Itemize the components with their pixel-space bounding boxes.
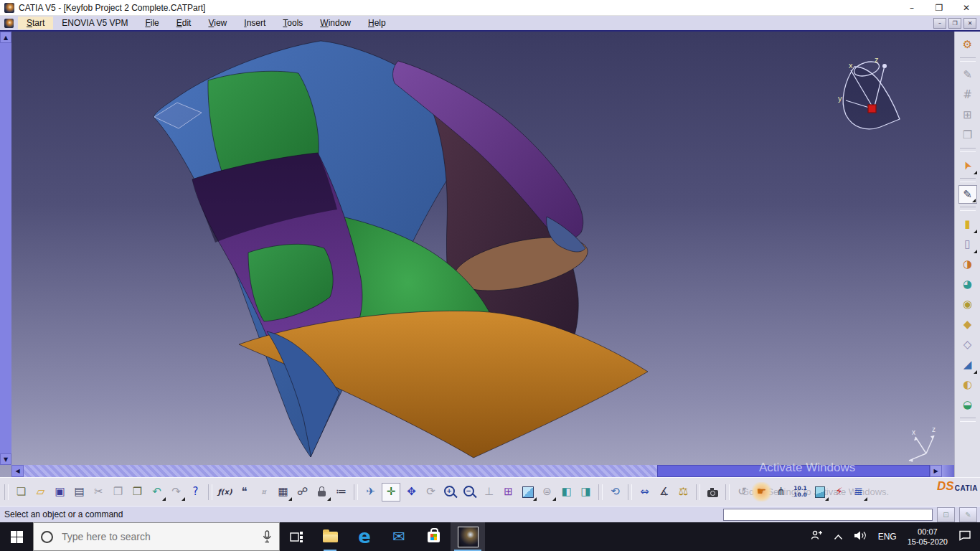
rib-button[interactable]: ◆ bbox=[958, 314, 978, 334]
horizontal-scrollbar[interactable]: ◀ ▶ bbox=[11, 465, 954, 477]
measure-inertia-button[interactable]: ⚖ bbox=[674, 482, 693, 501]
taskbar-search-box[interactable] bbox=[33, 522, 280, 551]
whats-this-button[interactable]: ? bbox=[186, 482, 205, 501]
formula-button[interactable]: ƒ(x) bbox=[215, 482, 235, 501]
sketch-tracer-button[interactable]: ⊞ bbox=[958, 105, 978, 125]
minimize-button[interactable]: – bbox=[898, 0, 925, 15]
turntable-button[interactable]: ⟲ bbox=[606, 482, 625, 501]
measure-between-button[interactable]: ⇔ bbox=[635, 482, 654, 501]
sketcher-button[interactable]: ✎ bbox=[958, 65, 978, 85]
axis-system-button[interactable]: ⋔ bbox=[771, 482, 791, 501]
menu-help[interactable]: Help bbox=[359, 17, 395, 29]
mdi-close-button[interactable]: ✕ bbox=[963, 18, 976, 29]
horizontal-scrollbar-thumb[interactable] bbox=[657, 465, 930, 477]
compass[interactable]: x y z bbox=[838, 55, 900, 129]
measure-item-button[interactable]: ∡ bbox=[654, 482, 674, 501]
knowledge-button[interactable]: ¤ bbox=[254, 482, 273, 501]
copy-button[interactable]: ❐ bbox=[108, 482, 128, 501]
refresh-button[interactable]: ↺ bbox=[732, 482, 752, 501]
save-button[interactable]: ▣ bbox=[50, 482, 70, 501]
print-button[interactable]: ▤ bbox=[70, 482, 89, 501]
knowledge-inspector-button[interactable]: ⚡ bbox=[829, 482, 849, 501]
relations-button[interactable]: ☍ bbox=[293, 482, 312, 501]
rotate-button[interactable]: ⟳ bbox=[421, 482, 440, 501]
start-button[interactable] bbox=[0, 522, 33, 551]
menu-file[interactable]: File bbox=[136, 17, 167, 29]
vertical-scrollbar[interactable]: ▲ ▼ bbox=[0, 32, 11, 465]
multi-sections-solid-button[interactable]: ◐ bbox=[958, 375, 978, 395]
taskbar-store[interactable] bbox=[416, 522, 451, 551]
zoom-in-button[interactable]: + bbox=[440, 482, 460, 501]
dimensions-button[interactable]: 10.1 10.0 bbox=[791, 482, 810, 501]
pocket-button[interactable]: ▯ bbox=[958, 234, 978, 254]
scroll-down-button[interactable]: ▼ bbox=[0, 453, 11, 465]
microphone-icon[interactable] bbox=[262, 530, 272, 543]
compass-free-rotation-handle[interactable] bbox=[882, 64, 887, 68]
new-file-button[interactable]: ❏ bbox=[11, 482, 31, 501]
fit-all-in-button[interactable]: ✛ bbox=[382, 483, 400, 501]
power-input-field[interactable] bbox=[723, 509, 933, 521]
normal-view-button[interactable]: ⊥ bbox=[479, 482, 499, 501]
pan-button[interactable]: ✥ bbox=[402, 482, 421, 501]
menu-window[interactable]: Window bbox=[311, 17, 359, 29]
undo-button[interactable]: ↶ bbox=[147, 482, 166, 501]
sketch-button[interactable]: ✎ bbox=[958, 185, 977, 204]
slot-button[interactable]: ◇ bbox=[958, 334, 978, 354]
scroll-left-button[interactable]: ◀ bbox=[11, 465, 24, 477]
people-icon[interactable] bbox=[811, 529, 823, 544]
open-file-button[interactable]: ▱ bbox=[31, 482, 50, 501]
specification-list-button[interactable]: ≣ bbox=[849, 482, 868, 501]
task-view-button[interactable] bbox=[280, 522, 313, 551]
lock-button[interactable] bbox=[312, 482, 331, 501]
iso-view-button[interactable] bbox=[518, 482, 537, 501]
design-table-button[interactable]: ▦ bbox=[273, 482, 293, 501]
mdi-restore-button[interactable]: ❐ bbox=[948, 18, 961, 29]
menu-start[interactable]: Start bbox=[18, 17, 53, 29]
comment-button[interactable]: ❝ bbox=[235, 482, 254, 501]
shaft-button[interactable]: ◑ bbox=[958, 254, 978, 274]
hole-button[interactable]: ◉ bbox=[958, 294, 978, 314]
scroll-up-button[interactable]: ▲ bbox=[0, 32, 11, 43]
3d-viewport[interactable]: x y z x z bbox=[11, 32, 954, 465]
app-icon[interactable] bbox=[4, 3, 14, 13]
removed-multi-sections-solid-button[interactable]: ◒ bbox=[958, 395, 978, 415]
action-center-icon[interactable] bbox=[958, 529, 971, 544]
menu-view[interactable]: View bbox=[199, 17, 235, 29]
redo-button[interactable]: ↷ bbox=[166, 482, 186, 501]
sketch-reuse-button[interactable]: ❐ bbox=[958, 125, 978, 145]
compass-base-handle[interactable] bbox=[868, 105, 876, 113]
equivalent-dimensions-button[interactable]: ≔ bbox=[331, 482, 351, 501]
taskbar-edge[interactable]: e bbox=[347, 522, 382, 551]
scroll-right-button[interactable]: ▶ bbox=[930, 465, 942, 477]
power-input-toggle-button[interactable]: ⊡ bbox=[937, 507, 955, 522]
menu-insert[interactable]: Insert bbox=[235, 17, 274, 29]
positioned-sketch-button[interactable]: # bbox=[958, 85, 978, 105]
multi-view-button[interactable]: ⊞ bbox=[499, 482, 518, 501]
stiffener-button[interactable]: ◢ bbox=[958, 354, 978, 375]
tools-options-button[interactable]: ⚙ bbox=[958, 34, 978, 55]
menu-tools[interactable]: Tools bbox=[274, 17, 311, 29]
zoom-out-button[interactable]: − bbox=[460, 482, 479, 501]
menu-enovia[interactable]: ENOVIA V5 VPM bbox=[53, 17, 136, 29]
volume-icon[interactable] bbox=[854, 530, 867, 544]
shading-edges-button[interactable]: ◧ bbox=[557, 482, 576, 501]
capture-button[interactable] bbox=[703, 482, 722, 501]
fly-mode-button[interactable]: ✈ bbox=[361, 482, 380, 501]
catia-assistant-button[interactable]: ✎ bbox=[959, 507, 977, 522]
clock[interactable]: 00:07 15-05-2020 bbox=[908, 527, 948, 547]
mdi-minimize-button[interactable]: – bbox=[933, 18, 946, 29]
render-style-button[interactable]: ⊜ bbox=[537, 482, 557, 501]
paste-button[interactable]: ❒ bbox=[128, 482, 147, 501]
taskbar-mail[interactable]: ✉ bbox=[382, 522, 416, 551]
document-icon[interactable] bbox=[4, 19, 14, 28]
restore-button[interactable]: ❐ bbox=[925, 0, 953, 15]
select-button[interactable]: ➤ bbox=[958, 155, 978, 175]
groove-button[interactable]: ◕ bbox=[958, 274, 978, 294]
taskbar-catia[interactable] bbox=[451, 522, 485, 551]
close-button[interactable]: ✕ bbox=[953, 0, 980, 15]
search-input[interactable] bbox=[60, 530, 255, 543]
cut-button[interactable]: ✂ bbox=[89, 482, 108, 501]
pad-button[interactable]: ▮ bbox=[958, 214, 978, 234]
menu-edit[interactable]: Edit bbox=[168, 17, 200, 29]
pan-hand-button[interactable]: ☛ bbox=[752, 482, 771, 501]
